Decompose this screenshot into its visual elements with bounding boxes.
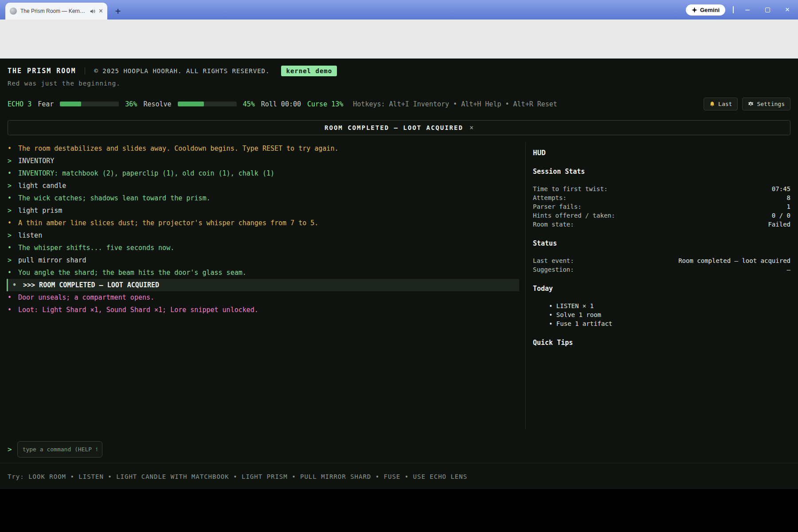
stat-value: 07:45 <box>772 184 790 193</box>
log-text: light prism <box>18 204 62 217</box>
resolve-percent: 45% <box>243 100 255 108</box>
last-button[interactable]: Last <box>704 98 738 110</box>
command-input[interactable] <box>17 441 102 458</box>
gear-icon <box>748 101 754 107</box>
stat-value: — <box>787 265 790 274</box>
bullet-marker: • <box>8 242 14 254</box>
page-top-strip <box>0 20 798 59</box>
bell-icon <box>709 101 715 107</box>
input-prompt: > <box>8 445 12 454</box>
log-command-row: >INVENTORY <box>8 155 519 167</box>
prompt-marker: > <box>8 180 14 192</box>
stat-label: Parser fails: <box>533 202 582 211</box>
game-header: THE PRISM ROOM © 2025 HOOPLA HOORAH. ALL… <box>0 59 798 87</box>
bullet-marker: • <box>8 304 14 316</box>
page-title: THE PRISM ROOM <box>8 67 76 75</box>
log-event-row: •INVENTORY: matchbook (2), paperclip (1)… <box>8 167 519 180</box>
maximize-button[interactable] <box>761 3 774 16</box>
echo-counter: ECHO 3 <box>8 100 31 108</box>
today-item: LISTEN × 1 <box>549 301 790 310</box>
window-controls: Gemini – × <box>686 0 794 20</box>
log-text: INVENTORY: matchbook (2), paperclip (1),… <box>18 167 274 180</box>
log-text: You angle the shard; the beam hits the d… <box>18 266 246 279</box>
close-button[interactable]: × <box>781 3 794 16</box>
tab-favicon-icon <box>10 8 17 15</box>
bullet-marker: • <box>8 167 14 180</box>
bullet-marker: • <box>12 279 19 291</box>
log-command-row: >light prism <box>8 204 519 217</box>
settings-button[interactable]: Settings <box>742 98 790 110</box>
kernel-demo-badge: kernel demo <box>281 66 337 76</box>
stat-value: Room completed — loot acquired <box>678 256 790 265</box>
stat-value: 1 <box>787 202 790 211</box>
bullet-marker: • <box>8 291 14 304</box>
browser-titlebar: The Prism Room — Kernel D × + Gemini – × <box>0 0 798 20</box>
log-event-row: •A thin amber line slices dust; the proj… <box>8 217 519 229</box>
log-command-row: >light candle <box>8 180 519 192</box>
game-page: THE PRISM ROOM © 2025 HOOPLA HOORAH. ALL… <box>0 59 798 489</box>
log-text: Door unseals; a compartment opens. <box>18 291 154 304</box>
log-command-row: >pull mirror shard <box>8 254 519 266</box>
today-list: LISTEN × 1Solve 1 roomFuse 1 artifact <box>533 301 790 328</box>
banner-text: ROOM COMPLETED — LOOT ACQUIRED <box>325 124 463 131</box>
today-item: Solve 1 room <box>549 310 790 319</box>
roll-timer: Roll 00:00 <box>261 100 301 108</box>
hotkeys-hint: Hotkeys: Alt+I Inventory • Alt+H Help • … <box>353 100 557 108</box>
prompt-marker: > <box>8 254 14 266</box>
stat-value: Failed <box>768 220 790 229</box>
bullet-marker: • <box>8 217 14 229</box>
bullet-marker: • <box>8 142 14 155</box>
session-stats-list: Time to first twist:07:45Attempts:8Parse… <box>533 184 790 229</box>
log-text: The room destabilizes and slides away. C… <box>18 142 338 155</box>
tab-title: The Prism Room — Kernel D <box>20 8 86 14</box>
session-stat-row: Time to first twist:07:45 <box>533 184 790 193</box>
status-list: Last event:Room completed — loot acquire… <box>533 256 790 274</box>
restore-icon <box>765 8 770 12</box>
stat-label: Suggestion: <box>533 265 574 274</box>
tagline: Red was just the beginning. <box>8 80 790 87</box>
gemini-button[interactable]: Gemini <box>686 4 725 16</box>
prompt-marker: > <box>8 229 14 242</box>
session-stat-row: Room state:Failed <box>533 220 790 229</box>
game-log: •The room destabilizes and slides away. … <box>0 142 525 430</box>
banner-close-icon[interactable]: × <box>469 124 473 132</box>
gemini-label: Gemini <box>700 7 720 13</box>
chrome-separator <box>733 6 734 13</box>
minimize-button[interactable]: – <box>741 3 754 16</box>
log-text: The wick catches; shadows lean toward th… <box>18 192 210 204</box>
today-item: Fuse 1 artifact <box>549 319 790 328</box>
fear-meter <box>60 102 119 106</box>
resolve-label: Resolve <box>143 100 171 108</box>
quick-tips-heading: Quick Tips <box>533 339 790 347</box>
session-stat-row: Attempts:8 <box>533 193 790 202</box>
stat-value: 8 <box>787 193 790 202</box>
log-event-row: •Loot: Light Shard ×1, Sound Shard ×1; L… <box>8 304 519 316</box>
hud-title: HUD <box>533 149 790 157</box>
last-button-label: Last <box>718 101 732 107</box>
stat-label: Room state: <box>533 220 574 229</box>
copyright-text: © 2025 HOOPLA HOORAH. ALL RIGHTS RESERVE… <box>94 67 270 74</box>
stat-label: Attempts: <box>533 193 567 202</box>
browser-tab[interactable]: The Prism Room — Kernel D × <box>5 3 107 20</box>
log-text: INVENTORY <box>18 155 54 167</box>
stat-label: Hints offered / taken: <box>533 211 615 220</box>
log-event-row: •The whisper shifts... five seconds now. <box>8 242 519 254</box>
command-input-row: > <box>0 441 798 458</box>
log-text: The whisper shifts... five seconds now. <box>18 242 174 254</box>
tab-audio-icon[interactable] <box>90 8 95 14</box>
tab-close-icon[interactable]: × <box>99 8 103 15</box>
log-text: listen <box>18 229 42 242</box>
notification-banner: ROOM COMPLETED — LOOT ACQUIRED × <box>8 120 790 135</box>
log-text: Loot: Light Shard ×1, Sound Shard ×1; Lo… <box>18 304 258 316</box>
log-event-row: •You angle the shard; the beam hits the … <box>8 266 519 279</box>
log-text: pull mirror shard <box>18 254 86 266</box>
main-area: •The room destabilizes and slides away. … <box>0 142 798 430</box>
status-row: Suggestion:— <box>533 265 790 274</box>
curse-percent: Curse 13% <box>307 100 343 108</box>
fear-percent: 36% <box>125 100 137 108</box>
new-tab-button[interactable]: + <box>112 4 124 18</box>
title-divider <box>85 67 85 74</box>
log-event-row: •The room destabilizes and slides away. … <box>8 142 519 155</box>
today-heading: Today <box>533 285 790 293</box>
status-heading: Status <box>533 239 790 247</box>
